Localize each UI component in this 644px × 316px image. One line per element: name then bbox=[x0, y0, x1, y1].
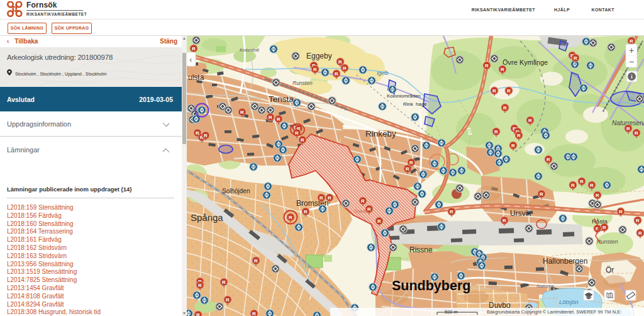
svg-text:Koloniområden: Koloniområden bbox=[387, 93, 421, 99]
svg-text:Spånga: Spånga bbox=[191, 212, 223, 223]
svg-text:i: i bbox=[631, 74, 633, 80]
svg-text:Rinkeby: Rinkeby bbox=[365, 129, 396, 138]
svg-text:−: − bbox=[629, 57, 634, 67]
svg-text:Kolonilott: Kolonilott bbox=[240, 47, 260, 53]
svg-text:Bakgrundskarta Copyright © Lan: Bakgrundskarta Copyright © Lantmäteriet.… bbox=[487, 309, 621, 315]
svg-text:Natures.: Natures. bbox=[536, 283, 555, 289]
svg-text:Tensta: Tensta bbox=[269, 94, 294, 104]
svg-text:Solhöjden: Solhöjden bbox=[222, 188, 250, 195]
svg-text:Ursvik: Ursvik bbox=[510, 209, 531, 218]
svg-text:Hallonbergen: Hallonbergen bbox=[543, 257, 587, 266]
svg-text:Sundbyberg: Sundbyberg bbox=[392, 278, 470, 293]
svg-text:Ör: Ör bbox=[606, 266, 614, 274]
svg-text:Runsten: Runsten bbox=[597, 239, 618, 245]
svg-text:Igelb: Igelb bbox=[377, 70, 389, 76]
svg-text:500 m: 500 m bbox=[445, 309, 458, 315]
svg-text:Eggeby: Eggeby bbox=[306, 52, 332, 60]
svg-text:‹: ‹ bbox=[189, 55, 192, 64]
svg-text:+: + bbox=[629, 45, 634, 55]
svg-text:Rissne: Rissne bbox=[409, 245, 433, 254]
svg-text:Runsten: Runsten bbox=[292, 80, 313, 86]
svg-text:Övre Kymlinge: Övre Kymlinge bbox=[502, 59, 548, 66]
svg-text:Lötsjön: Lötsjön bbox=[559, 298, 579, 305]
svg-text:ulsta: ulsta bbox=[188, 73, 204, 82]
svg-text:Rink: Rink bbox=[403, 101, 414, 107]
svg-text:hage: hage bbox=[416, 101, 427, 107]
